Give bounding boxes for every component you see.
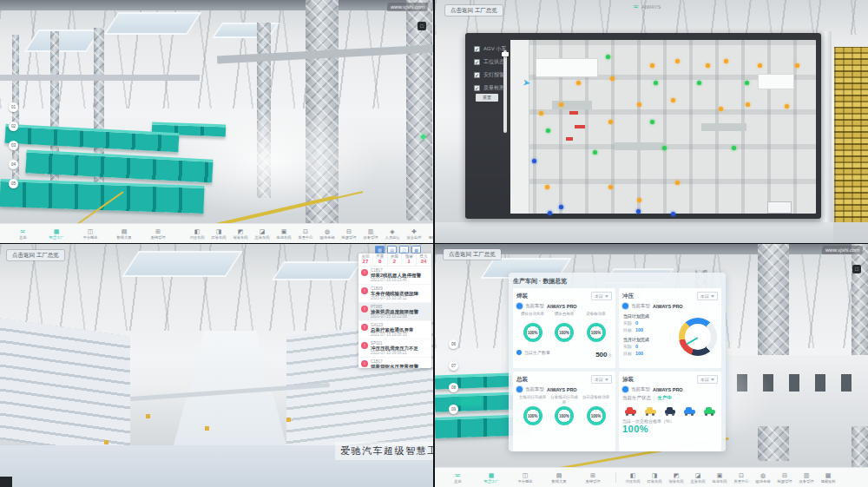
- toolbar-item[interactable]: ◍物流仓储: [753, 471, 773, 484]
- toolbar-item[interactable]: ▣电池车间: [710, 471, 729, 484]
- alarm-tab[interactable]: 预警1: [402, 253, 417, 266]
- station-marker[interactable]: 07: [449, 361, 458, 371]
- alarm-tab[interactable]: 提示24: [417, 253, 431, 266]
- map-pin[interactable]: [606, 55, 610, 59]
- map-pin[interactable]: [795, 63, 799, 68]
- toolbar-item[interactable]: ▣电池车间: [274, 227, 293, 240]
- map-pin[interactable]: [654, 81, 658, 85]
- toolbar-item[interactable]: ▩视频巡检: [426, 227, 433, 240]
- toolbar-item[interactable]: ◧冲压车间: [623, 471, 642, 484]
- panel-toggle-icon[interactable]: ▥: [375, 246, 385, 253]
- map-pin[interactable]: [546, 128, 550, 133]
- map-pin[interactable]: [650, 120, 654, 124]
- toolbar-item[interactable]: ▩视频巡检: [819, 471, 838, 484]
- map-pin[interactable]: [675, 59, 680, 63]
- map-pin[interactable]: [559, 102, 563, 107]
- map-pin[interactable]: [545, 185, 549, 189]
- toolbar-item[interactable]: ◨焊装车间: [645, 471, 664, 484]
- alarm-row[interactable]: PT065 涂装烘房温度超限报警 2021-07-15 10:12:08: [358, 303, 431, 321]
- map-pin[interactable]: [532, 159, 536, 163]
- alarm-row[interactable]: SP021 冲压压机润滑压力不足 2021-07-15 09:58:21: [358, 339, 431, 358]
- toolbar-item[interactable]: ◩涂装车间: [667, 471, 686, 484]
- toolbar-item[interactable]: ▥设备管理: [797, 471, 816, 484]
- toolbar-item[interactable]: ⊡质量中心: [296, 227, 315, 240]
- map-pin[interactable]: [637, 198, 641, 202]
- toolbar-item[interactable]: ▤数据大屏: [549, 471, 569, 484]
- map-pin[interactable]: [650, 63, 654, 68]
- station-marker[interactable]: 08: [449, 383, 458, 392]
- map-pin[interactable]: [745, 81, 749, 85]
- toolbar-item[interactable]: ◪总装车间: [253, 227, 272, 240]
- toolbar-item[interactable]: ▦智慧工厂: [47, 227, 66, 240]
- toolbar-item[interactable]: ◫平台概览: [81, 227, 100, 240]
- map-pin[interactable]: [671, 212, 675, 216]
- map-pin[interactable]: [724, 59, 728, 63]
- map-pin[interactable]: [746, 102, 750, 107]
- map-pin[interactable]: [539, 111, 543, 115]
- map-pin[interactable]: [671, 98, 675, 102]
- toolbar-item[interactable]: ◨焊装车间: [209, 227, 228, 240]
- period-select[interactable]: 本日: [591, 292, 612, 300]
- period-select[interactable]: 本日: [697, 292, 718, 300]
- toolbar-item[interactable]: ≍总览: [448, 471, 467, 484]
- toolbar-item[interactable]: ▤数据大屏: [115, 227, 134, 240]
- map-pin[interactable]: [785, 104, 789, 109]
- period-select[interactable]: 本日: [697, 375, 718, 384]
- toolbar-item[interactable]: ▦智慧工厂: [482, 471, 501, 484]
- back-button[interactable]: 点击返回 工厂总览: [7, 250, 64, 260]
- station-marker[interactable]: 04: [9, 160, 18, 169]
- toolbar-item[interactable]: ◧冲压车间: [187, 227, 207, 240]
- toolbar-item[interactable]: ⊞系统管理: [148, 227, 168, 240]
- toolbar-item[interactable]: ≍总览: [13, 227, 32, 240]
- map-pin[interactable]: [608, 185, 613, 189]
- alarm-tab[interactable]: 全部27: [358, 253, 373, 266]
- toolbar-item[interactable]: ▥设备管理: [361, 227, 380, 240]
- panel-toggle-icon[interactable]: ▤: [387, 246, 397, 253]
- map-pin[interactable]: [758, 63, 762, 68]
- station-marker[interactable]: 02: [9, 122, 18, 131]
- back-button[interactable]: 点击返回 工厂总览: [444, 249, 501, 260]
- toolbar-item[interactable]: ✚安全监控: [404, 227, 424, 240]
- alarm-tab[interactable]: 故障2: [388, 253, 403, 266]
- toolbar-item[interactable]: ⊡质量中心: [732, 471, 751, 484]
- period-select[interactable]: 本日: [591, 375, 612, 384]
- map-pin[interactable]: [559, 205, 563, 209]
- map-pin[interactable]: [636, 209, 641, 214]
- map-pin[interactable]: [675, 181, 680, 185]
- back-button[interactable]: 点击返回 工厂总览: [445, 5, 503, 16]
- toolbar-item[interactable]: ⊟能源管理: [775, 471, 794, 484]
- alarm-row[interactable]: C1B17 焊装2线机器人急停报警 2021-07-15 10:23:45: [358, 267, 431, 285]
- toolbar-item[interactable]: ◪总装车间: [688, 471, 707, 484]
- station-marker[interactable]: 01: [9, 102, 18, 112]
- toolbar-item[interactable]: ⊞系统管理: [583, 471, 602, 484]
- minimap[interactable]: [767, 201, 792, 214]
- alarm-row[interactable]: C1B17 焊装焊钳水压异常报警 2021-07-15 09:47:50: [358, 358, 431, 368]
- alarm-row[interactable]: GA123 总装拧紧枪通讯异常 2021-07-15 10:05:33: [358, 321, 431, 339]
- alarm-row[interactable]: C1B09 车身存储线输送链故障 2021-07-15 10:18:12: [358, 285, 431, 303]
- map-pin[interactable]: [548, 211, 552, 215]
- expand-icon[interactable]: □: [852, 265, 861, 273]
- station-marker[interactable]: 09: [449, 405, 458, 414]
- map-pin[interactable]: [608, 120, 613, 124]
- alarm-tab[interactable]: 严重8: [373, 253, 388, 266]
- map-pin[interactable]: [610, 76, 615, 81]
- station-marker[interactable]: 06: [449, 339, 458, 349]
- toolbar-item[interactable]: ◈人员定位: [383, 227, 402, 240]
- toolbar-item[interactable]: ◫平台概览: [516, 471, 535, 484]
- toolbar-item[interactable]: ◩涂装车间: [231, 227, 250, 240]
- panel-toggle-icon[interactable]: ◫: [399, 246, 409, 253]
- expand-icon[interactable]: □: [418, 22, 426, 30]
- panel-toggle-icon[interactable]: ▦: [411, 246, 421, 253]
- map-pin[interactable]: [576, 81, 581, 85]
- map-pin[interactable]: [637, 102, 641, 107]
- map-pin[interactable]: [732, 146, 736, 150]
- map-pin[interactable]: [719, 107, 723, 111]
- map-pin[interactable]: [593, 150, 597, 155]
- map-pin[interactable]: [697, 81, 701, 85]
- toolbar-item[interactable]: ◍物流仓储: [318, 227, 337, 240]
- station-marker[interactable]: 05: [9, 179, 18, 188]
- map-pin[interactable]: [706, 63, 710, 68]
- toolbar-item[interactable]: ⊟能源管理: [339, 227, 358, 240]
- map-pin[interactable]: [662, 146, 667, 150]
- station-marker[interactable]: 03: [9, 141, 18, 150]
